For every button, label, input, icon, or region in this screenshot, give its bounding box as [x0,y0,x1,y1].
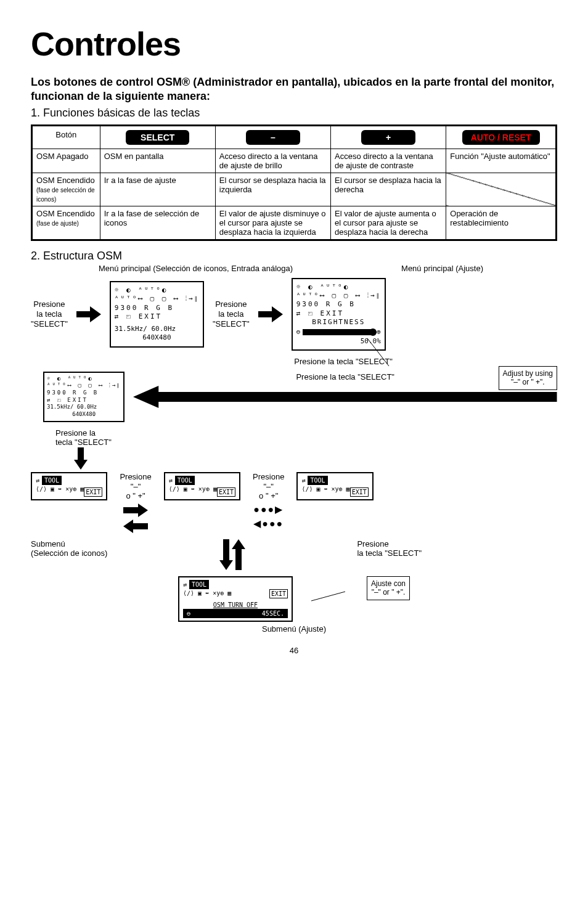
osm-freq: 31.5kHz/ 60.0Hz [115,325,199,333]
submenu-ajuste-window: ⇄TOOL ⟨∕⟩ ▣ ⬌ ×y⊕ ▦ EXIT OSM TURN OFF ⊖4… [178,576,293,622]
section2-title: 2. Estructura OSM [31,250,557,263]
osm-res: 640X480 [47,411,121,418]
intro-heading: Los botones de control OSM® (Administrad… [31,75,557,104]
cell-subtext: (fase de selección de iconos) [36,187,95,203]
arrow-right-icon [76,306,101,322]
svg-line-9 [311,592,345,601]
cell-subtext: (fase de ajuste) [36,220,79,227]
cell: Acceso directo a la ventana de ajuste de… [331,149,446,173]
timer-bar: ⊖45SEC. [183,609,288,618]
table-row: OSM Encendido (fase de selección de icon… [32,173,557,206]
osm-icon-row: ☼ ◐ ᴬᵁᵀᴼ◐ [296,283,381,291]
press-minus-label: Presione "–" o " +" [120,472,151,501]
t: la tecla [36,309,62,319]
tool-header: TOOL [42,476,62,485]
exit-label: EXIT [217,487,235,497]
t: o " +" [259,491,278,500]
t: Presione [33,300,65,309]
svg-marker-4 [74,447,88,470]
svg-marker-8 [232,539,245,570]
t: "SELECT" [31,319,68,328]
exit-label: EXIT [269,589,288,598]
page-number: 46 [31,646,557,655]
submenu-sel-label: Submenú (Selección de iconos) [31,539,107,573]
t: "–" or " +". [372,588,406,597]
tool-window: ⇄TOOL ⟨∕⟩ ▣ ⬌ ×y⊕ ▦ EXIT [296,472,373,500]
ajuste-callout: Ajuste con "–" or " +". [367,576,410,600]
brightness-label: BRIGHTNESS [296,318,381,327]
cell: OSM Encendido (fase de ajuste) [32,206,100,240]
svg-marker-3 [133,386,557,408]
press-select-tecla: Presione la tecla "SELECT" [55,428,557,447]
press-select-inline: Presione Presione la tecla "SELECT" la t… [357,539,422,573]
tool-header: TOOL [308,476,327,485]
svg-line-2 [367,338,389,366]
brightness-bar: ⊖⊕ [296,328,381,336]
arrow-left-icon [123,520,148,533]
cell: Ir a la fase de ajuste [100,173,215,206]
osm-freq: 31.5kHz/ 60.0Hz [47,404,121,411]
tool-icons: ⟨∕⟩ ▣ ⬌ ×y⊕ ▦ [301,486,349,492]
tool-window: ⇄TOOL ⟨∕⟩ ▣ ⬌ ×y⊕ ▦ EXIT [164,472,240,500]
arrow-right-icon [123,503,148,517]
t: o " +" [126,491,145,500]
menu-principal-right: Menú principal (Ajuste) [401,264,483,273]
cell: Operación de restablecimiento [446,206,557,240]
t: "–" [263,482,273,491]
t: Presione la [55,428,96,438]
osm-icon-row: ᴬᵁᵀᴼ⟷ ▢ ▢ ⟷ ⦙→∥ [47,382,121,389]
press-select-label: Presione la tecla "SELECT" [213,300,250,328]
controls-table: Botón SELECT – + AUTO / RESET OSM Apagad… [31,124,557,241]
svg-marker-5 [123,503,148,517]
press-select-label: Presione la tecla "SELECT" [31,300,68,328]
osm-icon-row: ⇄ ⏍ EXIT [115,312,199,321]
tool-icons: ⟨∕⟩ ▣ ⬌ ×y⊕ ▦ [169,486,217,492]
table-row: OSM Apagado OSM en pantalla Acceso direc… [32,149,557,173]
t: (Selección de iconos) [31,548,107,558]
cell: El valor de ajuste aumenta o el cursor p… [331,206,446,240]
dots-left: ◀●●● [253,518,284,529]
btn-minus: – [246,130,300,145]
osm-icon-row: ᴬᵁᵀᴼ⟷ ▢ ▢ ⟷ ⦙→∥ [296,291,381,300]
tool-window: ⇄TOOL ⟨∕⟩ ▣ ⬌ ×y⊕ ▦ EXIT [31,472,107,500]
t: Submenú [31,539,65,548]
callout-line [337,338,392,369]
t: "–" [131,482,141,491]
osm-icon-row: 9300 R G B [47,389,121,397]
tool-header: TOOL [189,580,209,589]
cell: El cursor se desplaza hacia la derecha [331,173,446,206]
arrow-right-icon [258,306,283,322]
svg-marker-0 [76,306,101,322]
osm-res: 640X480 [115,333,199,342]
cell-text: OSM Encendido [36,209,95,218]
callout-line [311,589,348,607]
osm-window-icons: ☼ ◐ ᴬᵁᵀᴼ◐ ᴬᵁᵀᴼ⟷ ▢ ▢ ⟷ ⦙→∥ 9300 R G B ⇄ ⏍… [110,281,204,348]
submenu-ajuste-label: Submenú (Ajuste) [31,624,557,634]
th-boton: Botón [55,130,76,139]
press-select-center: Presione la tecla "SELECT" [133,372,557,381]
cell: OSM en pantalla [100,149,215,173]
menu-principal-left: Menú principal (Selección de iconos, Ent… [99,264,293,273]
tool-icons: ⟨∕⟩ ▣ ⬌ ×y⊕ ▦ [183,590,231,597]
t: Presione [357,539,388,548]
cell: OSM Encendido (fase de selección de icon… [32,173,100,206]
press-plus-label: Presione "–" o " +" [253,472,284,501]
dots-right: ●●●▶ [253,503,284,515]
osm-icon-row: 9300 R G B [296,300,381,309]
t: Ajuste con [371,579,406,588]
cell-text: OSM Encendido [36,176,95,185]
osm-icon-row: ☼ ◐ ᴬᵁᵀᴼ◐ [115,286,199,295]
arrow-down-icon [74,447,557,472]
cell: Acceso directo a la ventana de ajuste de… [215,149,330,173]
intro-sub: 1. Funciones básicas de las teclas [31,107,557,120]
cell-diagonal [446,173,557,206]
table-row: OSM Encendido (fase de ajuste) Ir a la f… [32,206,557,240]
osm-turn-off: OSM TURN OFF [183,601,288,609]
osm-icon-row: ᴬᵁᵀᴼ⟷ ▢ ▢ ⟷ ⦙→∥ [115,295,199,303]
exit-label: EXIT [84,487,102,497]
svg-marker-7 [219,539,233,570]
osm-icon-row: ⇄ ⏍ EXIT [47,397,121,404]
t: Presione [215,300,247,309]
cell: Ir a la fase de selección de iconos [100,206,215,240]
arrow-left-long-icon [133,385,557,409]
